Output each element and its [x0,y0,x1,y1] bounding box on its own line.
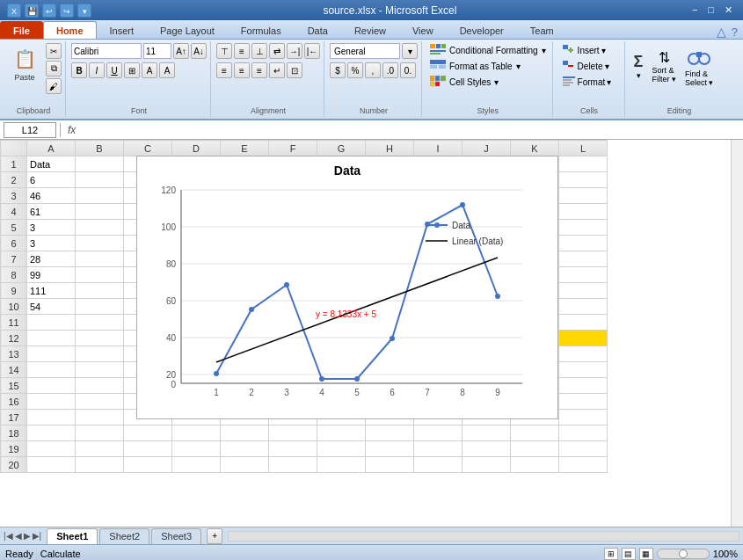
tab-page-layout[interactable]: Page Layout [147,21,228,39]
copy-btn[interactable]: ⧉ [46,61,62,76]
minimize-btn[interactable]: − [688,4,701,16]
tab-developer[interactable]: Developer [447,21,517,39]
cell-B9[interactable] [76,283,124,299]
cell-B16[interactable] [76,394,124,410]
delete-cells-btn[interactable]: Delete ▾ [558,59,613,73]
increase-decimal-btn[interactable]: .0 [382,62,398,78]
cell-E19[interactable] [221,441,269,457]
cell-J19[interactable] [463,441,511,457]
cell-L16[interactable] [559,394,608,410]
cell-A11[interactable] [27,315,76,331]
sheet-grid[interactable]: A B C D E F G H I J K L [0,140,731,527]
vertical-scrollbar[interactable] [731,140,743,527]
comma-btn[interactable]: , [365,62,381,78]
redo-quick-btn[interactable]: ↪ [60,4,74,18]
bottom-align-btn[interactable]: ⊥ [251,43,267,59]
sort-filter-btn[interactable]: ⇅ Sort &Filter ▾ [648,47,680,85]
cell-D18[interactable] [172,425,221,441]
formula-input[interactable] [83,122,739,138]
cell-C19[interactable] [124,441,172,457]
cell-L10[interactable] [559,299,608,315]
cell-L6[interactable] [559,236,608,251]
number-expand-btn[interactable]: ▾ [402,43,418,59]
cell-K19[interactable] [511,441,559,457]
cell-E20[interactable] [221,457,269,473]
cell-L3[interactable] [559,188,608,204]
indent-less-btn[interactable]: |← [304,43,320,59]
cell-A6[interactable]: 3 [27,236,76,251]
cell-B8[interactable] [76,267,124,283]
cell-L20[interactable] [559,457,608,473]
font-name-input[interactable] [71,43,142,59]
currency-btn[interactable]: $ [330,62,346,78]
cell-K18[interactable] [511,425,559,441]
cell-A18[interactable] [27,425,76,441]
cell-A10[interactable]: 54 [27,299,76,315]
cell-A13[interactable] [27,346,76,362]
increase-font-btn[interactable]: A↑ [173,43,189,59]
cell-J18[interactable] [463,425,511,441]
sheet-tab-2[interactable]: Sheet2 [99,528,149,544]
tab-team[interactable]: Team [517,21,567,39]
cell-L1[interactable] [559,156,608,172]
cell-A14[interactable] [27,362,76,378]
cell-B10[interactable] [76,299,124,315]
cell-L2[interactable] [559,172,608,188]
col-header-b[interactable]: B [76,141,124,156]
cell-B2[interactable] [76,172,124,188]
cell-L11[interactable] [559,315,608,331]
col-header-j[interactable]: J [463,141,511,156]
cell-L7[interactable] [559,251,608,267]
cell-L14[interactable] [559,362,608,378]
cell-I19[interactable] [414,441,463,457]
chart-wrapper[interactable]: Data 120 100 80 60 40 [136,156,558,419]
cell-B6[interactable] [76,236,124,251]
font-color-btn[interactable]: A [159,62,175,78]
cell-F19[interactable] [269,441,317,457]
sheet-tab-3[interactable]: Sheet3 [151,528,201,544]
horizontal-scrollbar[interactable] [228,531,739,542]
cell-A12[interactable] [27,331,76,346]
conditional-formatting-btn[interactable]: Conditional Formatting ▾ [427,43,549,57]
cell-F20[interactable] [269,457,317,473]
col-header-g[interactable]: G [317,141,366,156]
col-header-l[interactable]: L [559,141,608,156]
center-align-btn[interactable]: ≡ [234,62,250,78]
cell-A16[interactable] [27,394,76,410]
cell-H20[interactable] [366,457,414,473]
cell-A4[interactable]: 61 [27,204,76,220]
cell-B17[interactable] [76,410,124,425]
zoom-slider[interactable] [657,549,710,559]
cell-C18[interactable] [124,425,172,441]
cell-B7[interactable] [76,251,124,267]
cell-G18[interactable] [317,425,366,441]
cell-B13[interactable] [76,346,124,362]
cell-H19[interactable] [366,441,414,457]
normal-view-btn[interactable]: ⊞ [604,548,618,560]
cell-B11[interactable] [76,315,124,331]
wrap-text-btn[interactable]: ↵ [269,62,285,78]
cell-L4[interactable] [559,204,608,220]
cell-A15[interactable] [27,378,76,394]
cell-D20[interactable] [172,457,221,473]
cell-L18[interactable] [559,425,608,441]
bold-btn[interactable]: B [71,62,87,78]
paste-button[interactable]: 📋 Paste [5,43,44,84]
left-align-btn[interactable]: ≡ [216,62,232,78]
border-btn[interactable]: ⊞ [124,62,140,78]
tab-formulas[interactable]: Formulas [228,21,295,39]
last-sheet-btn[interactable]: ▶| [33,531,42,541]
decrease-decimal-btn[interactable]: 0. [400,62,416,78]
format-table-btn[interactable]: Format as Table ▾ [427,59,523,73]
name-box[interactable] [4,122,56,138]
cell-B1[interactable] [76,156,124,172]
title-bar-controls[interactable]: − □ ✕ [688,4,736,16]
col-header-e[interactable]: E [221,141,269,156]
cell-A7[interactable]: 28 [27,251,76,267]
text-direction-btn[interactable]: ⇄ [269,43,285,59]
cell-A3[interactable]: 46 [27,188,76,204]
maximize-btn[interactable]: □ [704,4,718,16]
cell-H18[interactable] [366,425,414,441]
cell-B20[interactable] [76,457,124,473]
cell-B18[interactable] [76,425,124,441]
